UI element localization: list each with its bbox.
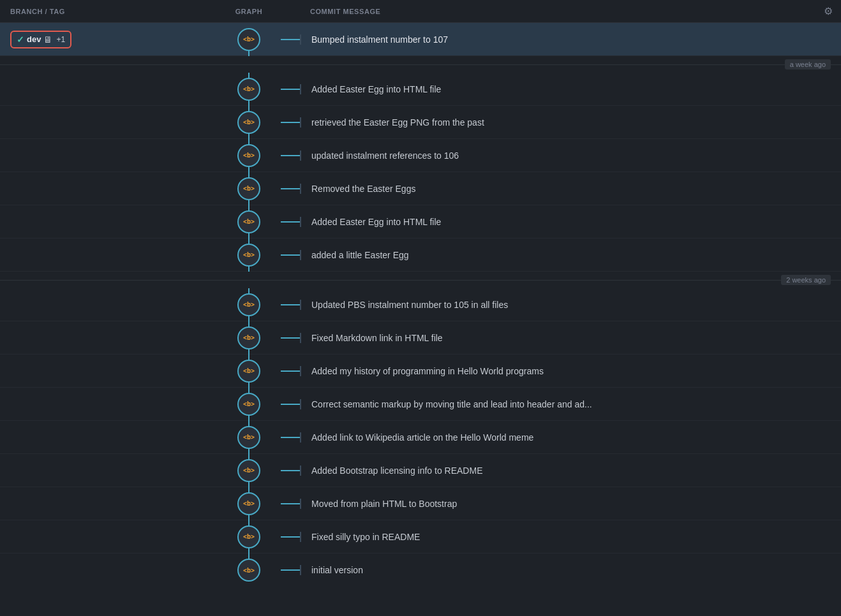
commit-node[interactable]: <b>: [237, 78, 260, 101]
table-row[interactable]: <b> updated instalment references to 106: [0, 139, 841, 172]
branch-tag-column-header: BRANCH / TAG: [0, 8, 198, 15]
monitor-icon: 🖥: [43, 34, 52, 45]
graph-cell: <b>: [198, 288, 300, 321]
timestamp-label-week: a week ago: [785, 59, 831, 70]
commit-message[interactable]: Added Bootstrap licensing info to README: [300, 466, 841, 476]
commit-message[interactable]: Bumped instalment number to 107: [300, 34, 841, 45]
commit-node[interactable]: <b>: [237, 559, 260, 582]
commit-message[interactable]: Fixed Markdown link in HTML file: [300, 333, 841, 343]
branch-tag-badge[interactable]: ✓ dev 🖥 +1: [10, 31, 71, 48]
commit-message[interactable]: Added Easter Egg into HTML file: [300, 84, 841, 94]
commit-node[interactable]: <b>: [237, 244, 260, 267]
graph-cell: <b>: [198, 73, 300, 106]
settings-icon[interactable]: ⚙: [815, 5, 841, 17]
table-row[interactable]: <b> Added my history of programming in H…: [0, 355, 841, 388]
commit-node[interactable]: <b>: [237, 393, 260, 416]
graph-cell: <b>: [198, 454, 300, 487]
commit-node[interactable]: <b>: [237, 492, 260, 515]
graph-cell: <b>: [198, 23, 300, 56]
branch-plus-label: +1: [56, 35, 65, 44]
graph-cell: <b>: [198, 388, 300, 421]
commit-node[interactable]: <b>: [237, 177, 260, 200]
table-row[interactable]: <b> Added link to Wikipedia article on t…: [0, 421, 841, 454]
graph-cell: <b>: [198, 554, 300, 587]
graph-cell: <b>: [198, 520, 300, 554]
table-row[interactable]: <b> Added Easter Egg into HTML file: [0, 205, 841, 238]
table-row[interactable]: <b> Removed the Easter Eggs: [0, 172, 841, 205]
commit-message[interactable]: Moved from plain HTML to Bootstrap: [300, 499, 841, 509]
table-row[interactable]: <b> Fixed silly typo in README: [0, 520, 841, 554]
commit-message[interactable]: added a little Easter Egg: [300, 250, 841, 260]
table-row[interactable]: <b> Updated PBS instalment number to 105…: [0, 288, 841, 321]
commit-node[interactable]: <b>: [237, 326, 260, 349]
branch-name-label: dev: [27, 34, 41, 44]
commit-node[interactable]: <b>: [237, 144, 260, 167]
commit-node[interactable]: <b>: [237, 111, 260, 134]
table-row[interactable]: <b> initial version: [0, 554, 841, 587]
table-row[interactable]: ✓ dev 🖥 +1 <b> Bumped instalment number …: [0, 23, 841, 56]
graph-column-header: GRAPH: [198, 8, 300, 15]
table-row[interactable]: <b> retrieved the Easter Egg PNG from th…: [0, 106, 841, 139]
graph-cell: <b>: [198, 172, 300, 205]
timestamp-separator-twoweeks: 2 weeks ago: [0, 272, 841, 288]
timestamp-separator-week: a week ago: [0, 56, 841, 73]
branch-check-icon: ✓: [17, 34, 24, 45]
timestamp-label-twoweeks: 2 weeks ago: [781, 275, 831, 285]
graph-cell: <b>: [198, 106, 300, 139]
commit-message[interactable]: Added my history of programming in Hello…: [300, 366, 841, 376]
table-header: BRANCH / TAG GRAPH COMMIT MESSAGE ⚙: [0, 0, 841, 23]
table-row[interactable]: <b> Added Easter Egg into HTML file: [0, 73, 841, 106]
graph-cell: <b>: [198, 321, 300, 355]
table-row[interactable]: <b> Added Bootstrap licensing info to RE…: [0, 454, 841, 487]
git-log-table: BRANCH / TAG GRAPH COMMIT MESSAGE ⚙ ✓ de…: [0, 0, 841, 616]
branch-cell: ✓ dev 🖥 +1: [0, 31, 198, 48]
commit-message[interactable]: Added link to Wikipedia article on the H…: [300, 432, 841, 443]
graph-cell: <b>: [198, 139, 300, 172]
commit-node[interactable]: <b>: [237, 426, 260, 449]
commit-node[interactable]: <b>: [237, 28, 260, 51]
commit-message[interactable]: initial version: [300, 565, 841, 575]
graph-cell: <b>: [198, 238, 300, 272]
commit-node[interactable]: <b>: [237, 360, 260, 383]
graph-cell: <b>: [198, 421, 300, 454]
table-row[interactable]: <b> Fixed Markdown link in HTML file: [0, 321, 841, 355]
commit-message[interactable]: Updated PBS instalment number to 105 in …: [300, 300, 841, 310]
table-row[interactable]: <b> added a little Easter Egg: [0, 238, 841, 272]
graph-cell: <b>: [198, 487, 300, 520]
commit-message[interactable]: retrieved the Easter Egg PNG from the pa…: [300, 117, 841, 128]
graph-cell: <b>: [198, 355, 300, 388]
message-column-header: COMMIT MESSAGE: [300, 8, 815, 15]
table-row[interactable]: <b> Correct semantic markup by moving ti…: [0, 388, 841, 421]
commit-node[interactable]: <b>: [237, 210, 260, 233]
commit-node[interactable]: <b>: [237, 293, 260, 316]
commit-node[interactable]: <b>: [237, 459, 260, 482]
table-row[interactable]: <b> Moved from plain HTML to Bootstrap: [0, 487, 841, 520]
commit-message[interactable]: Added Easter Egg into HTML file: [300, 217, 841, 227]
graph-cell: <b>: [198, 205, 300, 238]
commit-message[interactable]: Correct semantic markup by moving title …: [300, 399, 841, 409]
commit-node[interactable]: <b>: [237, 525, 260, 548]
commit-message[interactable]: Removed the Easter Eggs: [300, 184, 841, 194]
commit-message[interactable]: updated instalment references to 106: [300, 150, 841, 161]
commit-message[interactable]: Fixed silly typo in README: [300, 532, 841, 542]
commit-list: ✓ dev 🖥 +1 <b> Bumped instalment number …: [0, 23, 841, 616]
